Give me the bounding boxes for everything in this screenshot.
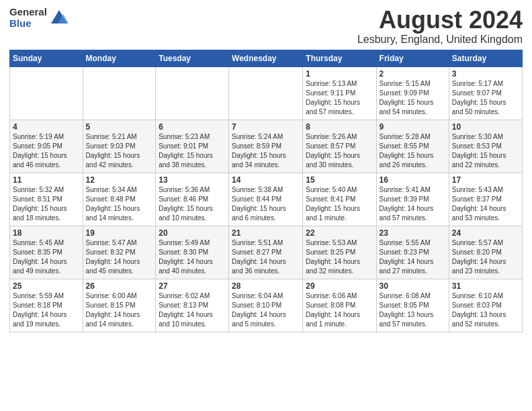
weekday-header-thursday: Thursday: [303, 50, 376, 66]
weekday-header-sunday: Sunday: [10, 50, 83, 66]
calendar-table: SundayMondayTuesdayWednesdayThursdayFrid…: [9, 50, 523, 332]
calendar-cell: 5Sunrise: 5:21 AMSunset: 9:03 PMDaylight…: [83, 120, 156, 173]
calendar-cell: 29Sunrise: 6:06 AMSunset: 8:08 PMDayligh…: [303, 279, 376, 332]
day-number: 17: [452, 175, 519, 185]
day-info: Sunrise: 5:30 AMSunset: 8:53 PMDaylight:…: [452, 132, 519, 170]
day-number: 1: [306, 69, 373, 79]
calendar-cell: 21Sunrise: 5:51 AMSunset: 8:27 PMDayligh…: [229, 226, 303, 279]
day-number: 4: [13, 122, 80, 132]
weekday-header-saturday: Saturday: [449, 50, 522, 66]
calendar-cell: 17Sunrise: 5:43 AMSunset: 8:37 PMDayligh…: [449, 173, 522, 226]
logo: General Blue: [9, 7, 69, 29]
calendar-cell: 2Sunrise: 5:15 AMSunset: 9:09 PMDaylight…: [376, 66, 449, 120]
calendar-cell: 16Sunrise: 5:41 AMSunset: 8:39 PMDayligh…: [376, 173, 449, 226]
day-number: 13: [159, 175, 226, 185]
day-number: 10: [452, 122, 519, 132]
calendar-cell: 27Sunrise: 6:02 AMSunset: 8:13 PMDayligh…: [156, 279, 229, 332]
page-header: General Blue August 2024 Lesbury, Englan…: [9, 7, 523, 46]
day-info: Sunrise: 5:19 AMSunset: 9:05 PMDaylight:…: [13, 132, 80, 170]
weekday-header-friday: Friday: [376, 50, 449, 66]
day-info: Sunrise: 5:26 AMSunset: 8:57 PMDaylight:…: [306, 132, 373, 170]
weekday-header-row: SundayMondayTuesdayWednesdayThursdayFrid…: [10, 50, 523, 66]
calendar-cell: 22Sunrise: 5:53 AMSunset: 8:25 PMDayligh…: [303, 226, 376, 279]
day-info: Sunrise: 5:36 AMSunset: 8:46 PMDaylight:…: [159, 185, 226, 223]
day-number: 24: [452, 228, 519, 238]
day-number: 20: [159, 228, 226, 238]
calendar-cell: 11Sunrise: 5:32 AMSunset: 8:51 PMDayligh…: [10, 173, 83, 226]
day-number: 14: [232, 175, 300, 185]
day-number: 25: [13, 281, 80, 291]
weekday-header-tuesday: Tuesday: [156, 50, 229, 66]
day-number: 27: [159, 281, 226, 291]
weekday-header-monday: Monday: [83, 50, 156, 66]
day-info: Sunrise: 5:34 AMSunset: 8:48 PMDaylight:…: [86, 185, 153, 223]
day-number: 2: [380, 69, 446, 79]
calendar-cell: 28Sunrise: 6:04 AMSunset: 8:10 PMDayligh…: [229, 279, 303, 332]
calendar-cell: 25Sunrise: 5:59 AMSunset: 8:18 PMDayligh…: [10, 279, 83, 332]
calendar-cell: 31Sunrise: 6:10 AMSunset: 8:03 PMDayligh…: [449, 279, 522, 332]
day-info: Sunrise: 5:32 AMSunset: 8:51 PMDaylight:…: [13, 185, 80, 223]
day-number: 3: [452, 69, 519, 79]
calendar-week-row: 1Sunrise: 5:13 AMSunset: 9:11 PMDaylight…: [10, 66, 523, 120]
calendar-cell: 12Sunrise: 5:34 AMSunset: 8:48 PMDayligh…: [83, 173, 156, 226]
calendar-cell: [10, 66, 83, 120]
day-info: Sunrise: 6:06 AMSunset: 8:08 PMDaylight:…: [306, 291, 373, 329]
day-info: Sunrise: 5:59 AMSunset: 8:18 PMDaylight:…: [13, 291, 80, 329]
calendar-cell: 19Sunrise: 5:47 AMSunset: 8:32 PMDayligh…: [83, 226, 156, 279]
calendar-cell: [156, 66, 229, 120]
day-info: Sunrise: 6:02 AMSunset: 8:13 PMDaylight:…: [159, 291, 226, 329]
day-number: 8: [306, 122, 373, 132]
calendar-cell: 6Sunrise: 5:23 AMSunset: 9:01 PMDaylight…: [156, 120, 229, 173]
day-number: 22: [306, 228, 373, 238]
calendar-cell: 7Sunrise: 5:24 AMSunset: 8:59 PMDaylight…: [229, 120, 303, 173]
day-info: Sunrise: 5:28 AMSunset: 8:55 PMDaylight:…: [380, 132, 446, 170]
weekday-header-wednesday: Wednesday: [229, 50, 303, 66]
day-number: 9: [380, 122, 446, 132]
day-info: Sunrise: 5:47 AMSunset: 8:32 PMDaylight:…: [86, 238, 153, 276]
day-number: 15: [306, 175, 373, 185]
day-number: 11: [13, 175, 80, 185]
day-info: Sunrise: 5:24 AMSunset: 8:59 PMDaylight:…: [232, 132, 300, 170]
day-number: 7: [232, 122, 300, 132]
calendar-cell: 18Sunrise: 5:45 AMSunset: 8:35 PMDayligh…: [10, 226, 83, 279]
logo-icon: [50, 9, 69, 28]
day-number: 26: [86, 281, 153, 291]
day-info: Sunrise: 5:17 AMSunset: 9:07 PMDaylight:…: [452, 79, 519, 117]
day-info: Sunrise: 5:38 AMSunset: 8:44 PMDaylight:…: [232, 185, 300, 223]
day-info: Sunrise: 5:53 AMSunset: 8:25 PMDaylight:…: [306, 238, 373, 276]
day-number: 12: [86, 175, 153, 185]
day-info: Sunrise: 5:21 AMSunset: 9:03 PMDaylight:…: [86, 132, 153, 170]
day-number: 23: [380, 228, 446, 238]
calendar-cell: 3Sunrise: 5:17 AMSunset: 9:07 PMDaylight…: [449, 66, 522, 120]
calendar-week-row: 18Sunrise: 5:45 AMSunset: 8:35 PMDayligh…: [10, 226, 523, 279]
calendar-week-row: 25Sunrise: 5:59 AMSunset: 8:18 PMDayligh…: [10, 279, 523, 332]
calendar-cell: 9Sunrise: 5:28 AMSunset: 8:55 PMDaylight…: [376, 120, 449, 173]
day-info: Sunrise: 6:10 AMSunset: 8:03 PMDaylight:…: [452, 291, 519, 329]
day-info: Sunrise: 6:04 AMSunset: 8:10 PMDaylight:…: [232, 291, 300, 329]
day-info: Sunrise: 5:40 AMSunset: 8:41 PMDaylight:…: [306, 185, 373, 223]
calendar-cell: 14Sunrise: 5:38 AMSunset: 8:44 PMDayligh…: [229, 173, 303, 226]
calendar-cell: 26Sunrise: 6:00 AMSunset: 8:15 PMDayligh…: [83, 279, 156, 332]
calendar-cell: 23Sunrise: 5:55 AMSunset: 8:23 PMDayligh…: [376, 226, 449, 279]
day-number: 31: [452, 281, 519, 291]
calendar-week-row: 11Sunrise: 5:32 AMSunset: 8:51 PMDayligh…: [10, 173, 523, 226]
day-info: Sunrise: 5:41 AMSunset: 8:39 PMDaylight:…: [380, 185, 446, 223]
calendar-cell: 10Sunrise: 5:30 AMSunset: 8:53 PMDayligh…: [449, 120, 522, 173]
calendar-week-row: 4Sunrise: 5:19 AMSunset: 9:05 PMDaylight…: [10, 120, 523, 173]
calendar-cell: [229, 66, 303, 120]
day-info: Sunrise: 5:23 AMSunset: 9:01 PMDaylight:…: [159, 132, 226, 170]
month-title: August 2024: [357, 7, 523, 34]
day-number: 30: [380, 281, 446, 291]
day-info: Sunrise: 5:55 AMSunset: 8:23 PMDaylight:…: [380, 238, 446, 276]
day-number: 28: [232, 281, 300, 291]
calendar-cell: 4Sunrise: 5:19 AMSunset: 9:05 PMDaylight…: [10, 120, 83, 173]
day-number: 5: [86, 122, 153, 132]
day-info: Sunrise: 5:15 AMSunset: 9:09 PMDaylight:…: [380, 79, 446, 117]
day-info: Sunrise: 5:43 AMSunset: 8:37 PMDaylight:…: [452, 185, 519, 223]
day-info: Sunrise: 6:08 AMSunset: 8:05 PMDaylight:…: [380, 291, 446, 329]
calendar-cell: 30Sunrise: 6:08 AMSunset: 8:05 PMDayligh…: [376, 279, 449, 332]
day-number: 16: [380, 175, 446, 185]
calendar-cell: 13Sunrise: 5:36 AMSunset: 8:46 PMDayligh…: [156, 173, 229, 226]
day-number: 19: [86, 228, 153, 238]
day-info: Sunrise: 5:45 AMSunset: 8:35 PMDaylight:…: [13, 238, 80, 276]
